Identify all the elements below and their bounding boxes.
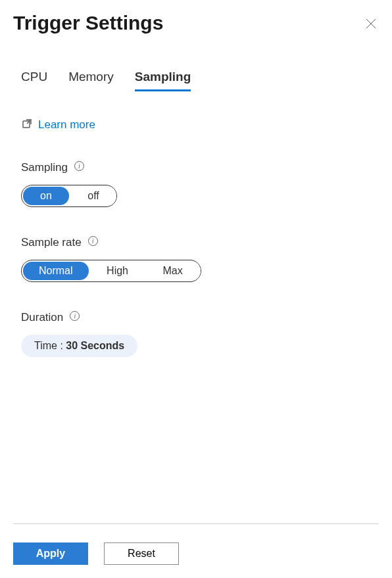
page-title: Trigger Settings [13, 12, 163, 34]
tab-cpu[interactable]: CPU [21, 70, 47, 91]
sample-rate-option-high[interactable]: High [90, 262, 145, 280]
sample-rate-toggle: Normal High Max [21, 260, 201, 282]
learn-more-link[interactable]: Learn more [38, 118, 95, 132]
tab-sampling[interactable]: Sampling [135, 70, 191, 91]
info-icon[interactable]: i [70, 311, 80, 321]
duration-label: Duration [21, 311, 63, 324]
apply-button[interactable]: Apply [13, 542, 88, 565]
sampling-option-on[interactable]: on [23, 187, 69, 205]
close-button[interactable] [363, 16, 379, 34]
external-link-icon [21, 118, 33, 132]
sampling-label: Sampling [21, 161, 68, 174]
duration-time-label: Time : [34, 340, 66, 351]
info-icon[interactable]: i [88, 236, 98, 246]
footer-divider [13, 523, 379, 524]
close-icon [366, 20, 376, 31]
duration-value: 30 Seconds [66, 340, 124, 351]
sample-rate-label: Sample rate [21, 236, 82, 249]
tab-memory[interactable]: Memory [68, 70, 114, 91]
sample-rate-option-max[interactable]: Max [145, 262, 201, 280]
duration-selector[interactable]: Time : 30 Seconds [21, 335, 137, 357]
reset-button[interactable]: Reset [104, 542, 179, 565]
sampling-toggle: on off [21, 185, 117, 207]
svg-line-3 [27, 120, 31, 124]
info-icon[interactable]: i [74, 161, 84, 171]
tab-bar: CPU Memory Sampling [13, 70, 379, 91]
sample-rate-option-normal[interactable]: Normal [23, 262, 89, 280]
sampling-option-off[interactable]: off [70, 187, 116, 205]
